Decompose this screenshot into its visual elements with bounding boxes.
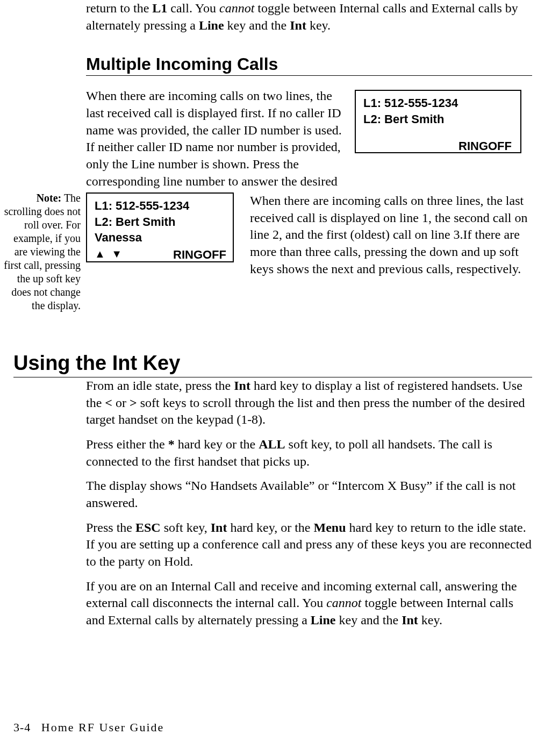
text: soft key, — [161, 520, 211, 534]
lcd-softkey-ringoff: RINGOFF — [363, 127, 514, 154]
text-bold: Int — [290, 18, 306, 32]
text-bold: ESC — [135, 520, 161, 534]
para-poll-all: Press either the * hard key or the ALL s… — [86, 436, 532, 470]
lcd-line-1: L1: 512-555-1234 — [363, 95, 514, 111]
text: call. You — [167, 1, 219, 15]
text: Press the — [86, 520, 135, 534]
lcd-display-three-lines: L1: 512-555-1234 L2: Bert Smith Vanessa … — [86, 192, 234, 262]
text-bold: < — [105, 396, 112, 410]
note-label: Note: — [37, 192, 62, 204]
text: key. — [306, 18, 331, 32]
text-bold: * — [168, 437, 175, 451]
lcd-line-2: L2: Bert Smith — [95, 214, 226, 230]
lcd-display-two-lines: L1: 512-555-1234 L2: Bert Smith RINGOFF — [355, 90, 521, 153]
arrow-up-down-icons: ▲ ▼ — [95, 247, 124, 263]
note-text: The scrolling does not roll over. For ex… — [4, 192, 81, 311]
text-bold: Menu — [314, 520, 346, 534]
text: From an idle state, press the — [86, 379, 234, 393]
text-bold: ALL — [259, 437, 285, 451]
heading-multiple-incoming-calls: Multiple Incoming Calls — [86, 54, 532, 76]
para-no-handsets: The display shows “No Handsets Available… — [86, 477, 532, 511]
text-bold: Int — [402, 613, 418, 627]
text: Press either the — [86, 437, 168, 451]
text: or — [112, 396, 130, 410]
para-esc-return: Press the ESC soft key, Int hard key, or… — [86, 519, 532, 570]
lcd-line-1: L1: 512-555-1234 — [95, 198, 226, 214]
text-bold: L1 — [152, 1, 167, 15]
margin-note-scrolling: Note: The scrolling does not roll over. … — [0, 191, 81, 312]
text: key and the — [224, 18, 290, 32]
text-bold: > — [130, 396, 137, 410]
lcd-line-2: L2: Bert Smith — [363, 111, 514, 127]
text-bold: Line — [311, 613, 336, 627]
para-three-lines: When there are incoming calls on three l… — [250, 192, 529, 277]
para-two-lines: When there are incoming calls on two lin… — [86, 88, 344, 207]
heading-using-int-key: Using the Int Key — [13, 352, 532, 377]
footer-title: Home RF User Guide — [41, 721, 164, 734]
text-italic: cannot — [326, 596, 361, 610]
page-number: 3-4 — [13, 721, 31, 734]
para-internal-external: If you are on an Internal Call and recei… — [86, 578, 532, 629]
text: return to the — [86, 1, 152, 15]
text-bold: Int — [234, 379, 250, 393]
lcd-softkey-ringoff: RINGOFF — [173, 247, 226, 263]
lcd-line-3: Vanessa — [95, 230, 226, 246]
text: soft keys to scroll through the list and… — [86, 396, 525, 427]
text: key and the — [336, 613, 402, 627]
text: hard key or the — [175, 437, 259, 451]
text-bold: Int — [211, 520, 227, 534]
text: key. — [418, 613, 442, 627]
text-bold: Line — [199, 18, 224, 32]
page-footer: 3-4 Home RF User Guide — [13, 721, 164, 734]
text-italic: cannot — [219, 1, 254, 15]
continuation-paragraph: return to the L1 call. You cannot toggle… — [86, 0, 532, 34]
text: hard key, or the — [227, 520, 313, 534]
para-int-idle: From an idle state, press the Int hard k… — [86, 377, 532, 429]
